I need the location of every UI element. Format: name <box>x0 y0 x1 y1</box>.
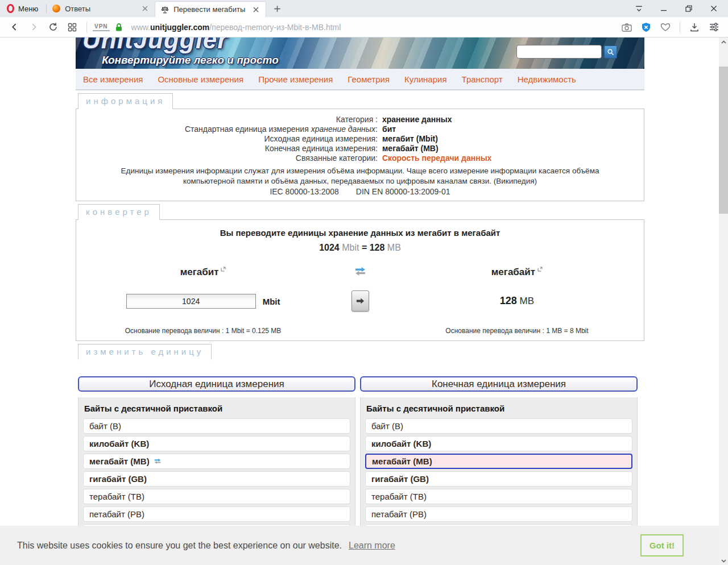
info-source-unit-value: мегабит (Mbit) <box>382 134 438 144</box>
tab-close-icon[interactable] <box>141 5 149 13</box>
unit-option-kilobyte[interactable]: килобайт (KB) <box>83 436 350 451</box>
reload-button[interactable] <box>44 19 61 35</box>
tab-menu-button[interactable] <box>628 1 650 16</box>
to-units-panel: Байты с десятичной приставкой байт (B) к… <box>360 397 638 547</box>
nav-realestate[interactable]: Недвижимость <box>518 74 576 84</box>
downloads-icon[interactable] <box>686 19 703 35</box>
info-standard-unit-value: бит <box>382 124 396 134</box>
site-search-input[interactable] <box>516 45 602 59</box>
section-title-converter: конвертер <box>78 204 160 220</box>
to-unit-link[interactable]: мегабайт <box>491 267 543 278</box>
toolbar-separator <box>86 22 87 32</box>
opera-logo-icon <box>7 4 14 13</box>
input-unit-label: Mbit <box>263 297 280 306</box>
adblock-shield-icon[interactable] <box>638 19 655 35</box>
cookie-message: This website uses cookies to ensure you … <box>17 541 342 551</box>
close-window-button[interactable] <box>703 1 725 16</box>
unit-option-megabyte[interactable]: мегабайт (MB) <box>83 454 350 469</box>
easy-setup-sliders-icon[interactable] <box>705 19 722 35</box>
unit-option-gigabyte[interactable]: гигабайт (GB) <box>365 471 632 487</box>
unit-option-gigabyte[interactable]: гигабайт (GB) <box>83 471 350 487</box>
scroll-up-icon[interactable] <box>719 38 728 46</box>
url-path: /перевод-memory-из-Mbit-в-MB.html <box>209 23 341 32</box>
section-title-info: информация <box>78 93 173 109</box>
from-units-panel: Байты с десятичной приставкой байт (B) к… <box>78 397 355 547</box>
to-units-header[interactable]: Конечная единица измерения <box>360 376 638 392</box>
info-row: Исходная единица измерения: мегабит (Mbi… <box>85 134 635 144</box>
info-row: Стандартная единица измерения хранение д… <box>85 124 635 134</box>
back-button[interactable] <box>6 19 23 35</box>
from-basis-note: Основание перевода величин : 1 Mbit = 0.… <box>76 327 330 335</box>
convert-button[interactable] <box>351 290 369 311</box>
conversion-result: 128 MB <box>500 295 534 307</box>
nav-all-measures[interactable]: Все измерения <box>83 74 143 84</box>
from-unit-link[interactable]: мегабит <box>180 267 226 278</box>
tab-otvety[interactable]: Ответы <box>47 0 155 17</box>
browser-toolbar: VPN www.unitjuggler.com/перевод-memory-и… <box>0 17 728 38</box>
scrollbar-thumb[interactable] <box>719 67 728 214</box>
site-tagline: Конвертируйте легко и просто <box>102 54 279 67</box>
info-description: Единицы измерения информации служат для … <box>85 166 635 186</box>
forward-button[interactable] <box>25 19 42 35</box>
nav-basic-measures[interactable]: Основные измерения <box>158 74 243 84</box>
address-bar[interactable]: www.unitjuggler.com/перевод-memory-из-Mb… <box>131 23 616 32</box>
cookie-consent-bar: This website uses cookies to ensure you … <box>0 526 728 565</box>
converter-box: Вы переводите единицы хранение данных из… <box>76 219 644 341</box>
info-row: Связанные категории: Скорость передачи д… <box>85 153 635 163</box>
tab-unitjuggler[interactable]: Перевести мегабиты в ме <box>155 1 266 17</box>
opera-menu-button[interactable]: Меню <box>0 0 46 17</box>
new-tab-button[interactable] <box>266 0 288 17</box>
tab-bar-spacer <box>288 0 628 17</box>
menu-button-label: Меню <box>18 5 38 13</box>
nav-geometry[interactable]: Геометрия <box>348 74 390 84</box>
info-row: Конечная единица измерения: мегабайт (MB… <box>85 144 635 153</box>
from-units-header[interactable]: Исходная единица измерения <box>78 376 355 392</box>
unit-option-petabyte[interactable]: петабайт (PB) <box>83 506 350 522</box>
site-logo[interactable]: UnitJuggler <box>82 38 228 54</box>
category-title: Байты с десятичной приставкой <box>83 401 350 418</box>
to-unit-column: Конечная единица измерения Байты с десят… <box>360 376 638 547</box>
unit-option-terabyte[interactable]: терабайт (TB) <box>365 489 632 504</box>
info-row: Категория : хранение данных <box>85 115 635 124</box>
unit-option-byte[interactable]: байт (B) <box>365 418 632 434</box>
url-prefix: www. <box>131 23 150 32</box>
external-link-icon <box>221 267 226 272</box>
related-category-link[interactable]: Скорость передачи данных <box>382 153 491 163</box>
nav-transport[interactable]: Транспорт <box>462 74 503 84</box>
info-category-value: хранение данных <box>382 115 452 124</box>
maximize-button[interactable] <box>678 1 700 16</box>
swap-units-icon[interactable] <box>355 267 366 276</box>
site-search-button[interactable] <box>604 45 617 59</box>
swap-to-unit-icon[interactable] <box>154 458 161 464</box>
nav-other-measures[interactable]: Прочие измерения <box>258 74 333 84</box>
category-title: Байты с десятичной приставкой <box>365 401 632 418</box>
speed-dial-icon[interactable] <box>64 19 81 35</box>
amount-input[interactable] <box>126 294 256 309</box>
site-nav: Все измерения Основные измерения Прочие … <box>76 69 644 90</box>
page-scrollbar[interactable] <box>719 38 728 565</box>
nav-cooking[interactable]: Кулинария <box>404 74 447 84</box>
unit-option-megabyte-selected[interactable]: мегабайт (MB) <box>365 454 632 469</box>
unit-option-kilobyte[interactable]: килобайт (KB) <box>365 436 632 451</box>
bookmark-heart-icon[interactable] <box>657 19 674 35</box>
url-domain: unitjuggler.com <box>150 23 209 32</box>
cookie-learn-more-link[interactable]: Learn more <box>349 541 395 551</box>
minimize-button[interactable] <box>653 1 675 16</box>
section-title-change-unit: изменить единицу <box>78 344 212 360</box>
cookie-accept-button[interactable]: Got it! <box>640 534 684 556</box>
standards-line: IEC 80000-13:2008DIN EN 80000-13:2009-01 <box>85 187 635 196</box>
unit-option-petabyte[interactable]: петабайт (PB) <box>365 506 632 522</box>
snapshot-camera-icon[interactable] <box>618 19 635 35</box>
otvety-favicon-icon <box>52 5 60 13</box>
secure-lock-icon[interactable] <box>114 23 123 32</box>
scales-icon <box>161 6 169 14</box>
external-link-icon <box>537 267 543 272</box>
to-basis-note: Основание перевода величин : 1 MB = 8 Mb… <box>390 327 644 335</box>
vpn-badge[interactable]: VPN <box>93 23 110 31</box>
site-banner: UnitJuggler Конвертируйте легко и просто <box>76 38 644 69</box>
unit-option-byte[interactable]: байт (B) <box>83 418 350 434</box>
info-box: Категория : хранение данных Стандартная … <box>76 109 644 201</box>
unit-option-terabyte[interactable]: терабайт (TB) <box>83 489 350 504</box>
tab-close-icon[interactable] <box>252 6 260 14</box>
scroll-down-icon[interactable] <box>719 556 728 565</box>
